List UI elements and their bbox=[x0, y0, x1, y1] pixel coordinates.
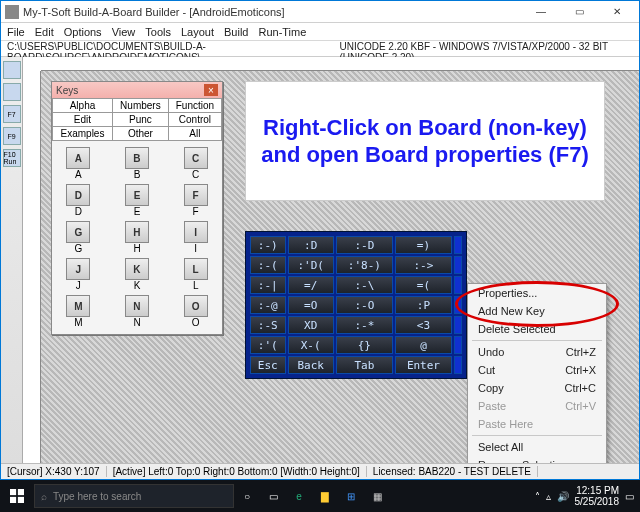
menu-options[interactable]: Options bbox=[64, 26, 102, 38]
task-view-icon[interactable]: ▭ bbox=[260, 483, 286, 509]
taskbar-app-store[interactable]: ⊞ bbox=[338, 483, 364, 509]
key-n[interactable]: NN bbox=[117, 295, 158, 328]
cat-function[interactable]: Function bbox=[168, 99, 221, 113]
board-key[interactable]: :-) bbox=[250, 236, 286, 254]
context-menu[interactable]: Properties...Add New KeyDelete SelectedU… bbox=[467, 283, 607, 463]
cat-punc[interactable]: Punc bbox=[112, 113, 168, 127]
tray-up-icon[interactable]: ˄ bbox=[535, 491, 540, 502]
board-key[interactable]: :-D bbox=[336, 236, 393, 254]
board-key[interactable]: :-( bbox=[250, 256, 286, 274]
menu-tools[interactable]: Tools bbox=[145, 26, 171, 38]
key-f[interactable]: FF bbox=[175, 184, 216, 217]
board-key[interactable] bbox=[454, 316, 462, 334]
toolbar-f10-run[interactable]: F10 Run bbox=[3, 149, 21, 167]
board-key[interactable]: X-( bbox=[288, 336, 334, 354]
board-key[interactable]: :-| bbox=[250, 276, 286, 294]
toolbar-f9[interactable]: F9 bbox=[3, 127, 21, 145]
keys-panel[interactable]: Keys × AlphaNumbersFunction EditPuncCont… bbox=[51, 81, 223, 335]
key-g[interactable]: GG bbox=[58, 221, 99, 254]
key-l[interactable]: LL bbox=[175, 258, 216, 291]
board-key[interactable]: {} bbox=[336, 336, 393, 354]
menu-edit[interactable]: Edit bbox=[35, 26, 54, 38]
board-key[interactable] bbox=[454, 236, 462, 254]
key-j[interactable]: JJ bbox=[58, 258, 99, 291]
toolbar-bt2[interactable] bbox=[3, 83, 21, 101]
board-key[interactable]: Esc bbox=[250, 356, 286, 374]
cat-alpha[interactable]: Alpha bbox=[53, 99, 113, 113]
board-key[interactable] bbox=[454, 336, 462, 354]
cortana-icon[interactable]: ○ bbox=[234, 483, 260, 509]
board-key[interactable]: :'D( bbox=[288, 256, 334, 274]
board-key[interactable]: <3 bbox=[395, 316, 452, 334]
canvas[interactable]: Keys × AlphaNumbersFunction EditPuncCont… bbox=[41, 71, 639, 463]
key-h[interactable]: HH bbox=[117, 221, 158, 254]
board-key[interactable]: =O bbox=[288, 296, 334, 314]
board-key[interactable]: :-@ bbox=[250, 296, 286, 314]
board-key[interactable] bbox=[454, 356, 462, 374]
key-c[interactable]: CC bbox=[175, 147, 216, 180]
ctx-undo[interactable]: UndoCtrl+Z bbox=[468, 343, 606, 361]
taskbar-app-explorer[interactable]: ▇ bbox=[312, 483, 338, 509]
key-b[interactable]: BB bbox=[117, 147, 158, 180]
system-tray[interactable]: ˄ ▵ 🔊 12:15 PM 5/25/2018 ▭ bbox=[535, 485, 641, 507]
board-key[interactable]: :'( bbox=[250, 336, 286, 354]
board-key[interactable]: XD bbox=[288, 316, 334, 334]
taskbar-app-edge[interactable]: e bbox=[286, 483, 312, 509]
cat-examples[interactable]: Examples bbox=[53, 127, 113, 141]
toolbar-bt1[interactable] bbox=[3, 61, 21, 79]
menu-runtime[interactable]: Run-Time bbox=[258, 26, 306, 38]
cat-numbers[interactable]: Numbers bbox=[112, 99, 168, 113]
menu-file[interactable]: File bbox=[7, 26, 25, 38]
taskbar-app-builder[interactable]: ▦ bbox=[364, 483, 390, 509]
board-key[interactable]: :-> bbox=[395, 256, 452, 274]
board-key[interactable]: :D bbox=[288, 236, 334, 254]
tray-volume-icon[interactable]: 🔊 bbox=[557, 491, 569, 502]
key-o[interactable]: OO bbox=[175, 295, 216, 328]
titlebar[interactable]: My-T-Soft Build-A-Board Builder - [Andro… bbox=[1, 1, 639, 23]
notification-icon[interactable]: ▭ bbox=[625, 491, 634, 502]
board-key[interactable]: =) bbox=[395, 236, 452, 254]
board-key[interactable]: Tab bbox=[336, 356, 393, 374]
start-button[interactable] bbox=[0, 480, 34, 512]
cat-edit[interactable]: Edit bbox=[53, 113, 113, 127]
board-key[interactable]: @ bbox=[395, 336, 452, 354]
key-d[interactable]: DD bbox=[58, 184, 99, 217]
ctx-add-new-key[interactable]: Add New Key bbox=[468, 302, 606, 320]
key-i[interactable]: II bbox=[175, 221, 216, 254]
taskbar-clock[interactable]: 12:15 PM 5/25/2018 bbox=[575, 485, 620, 507]
cat-control[interactable]: Control bbox=[168, 113, 221, 127]
board-key[interactable]: =/ bbox=[288, 276, 334, 294]
close-button[interactable]: ✕ bbox=[599, 3, 635, 21]
ctx-properties-[interactable]: Properties... bbox=[468, 284, 606, 302]
key-m[interactable]: MM bbox=[58, 295, 99, 328]
board-key[interactable] bbox=[454, 256, 462, 274]
taskbar-search[interactable]: ⌕ Type here to search bbox=[34, 484, 234, 508]
board-key[interactable]: Enter bbox=[395, 356, 452, 374]
key-e[interactable]: EE bbox=[117, 184, 158, 217]
board-key[interactable]: Back bbox=[288, 356, 334, 374]
cat-other[interactable]: Other bbox=[112, 127, 168, 141]
emoticon-board[interactable]: :-):D:-D=):-(:'D(:'8-):->:-|=/:-\=(:-@=O… bbox=[245, 231, 467, 379]
maximize-button[interactable]: ▭ bbox=[561, 3, 597, 21]
menu-view[interactable]: View bbox=[112, 26, 136, 38]
ctx-cut[interactable]: CutCtrl+X bbox=[468, 361, 606, 379]
board-key[interactable]: =( bbox=[395, 276, 452, 294]
board-key[interactable]: :-O bbox=[336, 296, 393, 314]
menu-layout[interactable]: Layout bbox=[181, 26, 214, 38]
keys-panel-close-icon[interactable]: × bbox=[204, 84, 218, 96]
board-key[interactable]: :-\ bbox=[336, 276, 393, 294]
key-a[interactable]: AA bbox=[58, 147, 99, 180]
windows-taskbar[interactable]: ⌕ Type here to search ○ ▭ e ▇ ⊞ ▦ ˄ ▵ 🔊 … bbox=[0, 480, 640, 512]
tray-network-icon[interactable]: ▵ bbox=[546, 491, 551, 502]
menu-build[interactable]: Build bbox=[224, 26, 248, 38]
board-key[interactable]: :P bbox=[395, 296, 452, 314]
ctx-remove-selection[interactable]: Remove Selection bbox=[468, 456, 606, 463]
cat-all[interactable]: All bbox=[168, 127, 221, 141]
toolbar-f7[interactable]: F7 bbox=[3, 105, 21, 123]
board-key[interactable]: :-S bbox=[250, 316, 286, 334]
ctx-delete-selected[interactable]: Delete Selected bbox=[468, 320, 606, 338]
board-key[interactable]: :-* bbox=[336, 316, 393, 334]
key-k[interactable]: KK bbox=[117, 258, 158, 291]
ctx-copy[interactable]: CopyCtrl+C bbox=[468, 379, 606, 397]
board-key[interactable] bbox=[454, 276, 462, 294]
